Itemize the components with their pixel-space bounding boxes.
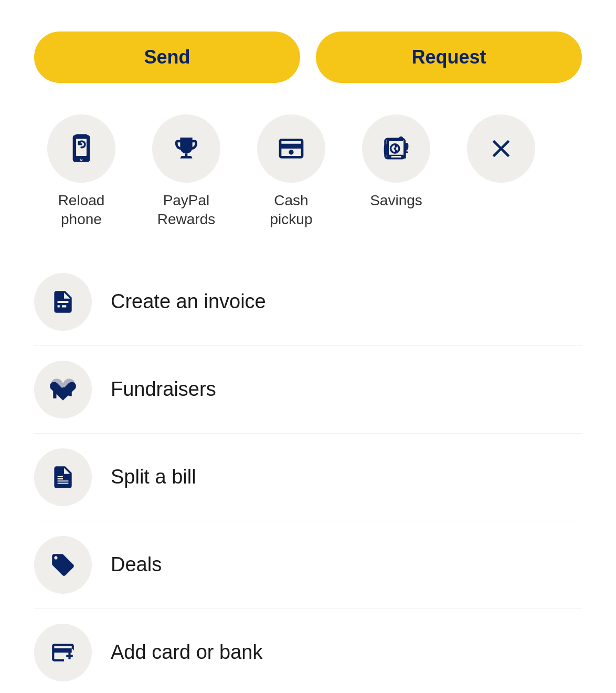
deals-label: Deals — [111, 553, 162, 576]
savings-label: Savings — [370, 191, 422, 210]
invoice-icon-circle — [34, 273, 92, 331]
quick-actions-row: Reloadphone PayPalRewards Cashpickup — [34, 114, 582, 229]
svg-point-7 — [394, 148, 396, 150]
menu-item-fundraisers[interactable]: Fundraisers — [34, 346, 582, 434]
menu-item-deals[interactable]: Deals — [34, 521, 582, 609]
request-button[interactable]: Request — [316, 32, 582, 83]
create-invoice-label: Create an invoice — [111, 290, 266, 313]
quick-action-close[interactable] — [454, 114, 548, 191]
fundraisers-icon-circle — [34, 361, 92, 418]
close-icon — [486, 134, 516, 163]
fundraisers-label: Fundraisers — [111, 378, 216, 401]
deals-icon — [50, 552, 76, 578]
cash-pickup-icon — [277, 134, 306, 163]
menu-item-create-invoice[interactable]: Create an invoice — [34, 258, 582, 346]
svg-point-1 — [80, 158, 82, 160]
menu-item-add-card-bank[interactable]: Add card or bank — [34, 609, 582, 693]
deals-icon-circle — [34, 536, 92, 594]
reload-phone-icon-circle — [47, 114, 115, 183]
split-bill-icon-circle — [34, 448, 92, 506]
fundraisers-icon — [50, 376, 76, 403]
menu-list: Create an invoice Fundraisers Split a bi… — [34, 258, 582, 693]
paypal-rewards-label: PayPalRewards — [157, 191, 215, 229]
quick-action-savings[interactable]: Savings — [349, 114, 443, 210]
invoice-icon — [50, 289, 76, 315]
quick-action-reload-phone[interactable]: Reloadphone — [34, 114, 129, 229]
send-button[interactable]: Send — [34, 32, 300, 83]
cash-pickup-label: Cashpickup — [270, 191, 313, 229]
cash-pickup-icon-circle — [257, 114, 325, 183]
split-bill-icon — [50, 464, 76, 490]
top-action-buttons: Send Request — [34, 32, 582, 83]
add-card-bank-label: Add card or bank — [111, 641, 262, 664]
reload-phone-label: Reloadphone — [58, 191, 105, 229]
svg-point-3 — [289, 150, 293, 154]
menu-item-split-bill[interactable]: Split a bill — [34, 434, 582, 521]
savings-icon-circle — [362, 114, 430, 183]
reload-phone-icon — [67, 134, 96, 163]
add-card-icon-circle — [34, 624, 92, 681]
trophy-icon — [172, 134, 201, 163]
savings-icon — [381, 134, 411, 163]
add-card-icon — [50, 639, 76, 666]
quick-action-paypal-rewards[interactable]: PayPalRewards — [139, 114, 233, 229]
split-bill-label: Split a bill — [111, 466, 196, 488]
quick-action-cash-pickup[interactable]: Cashpickup — [244, 114, 338, 229]
close-icon-circle — [467, 114, 535, 183]
paypal-rewards-icon-circle — [152, 114, 220, 183]
